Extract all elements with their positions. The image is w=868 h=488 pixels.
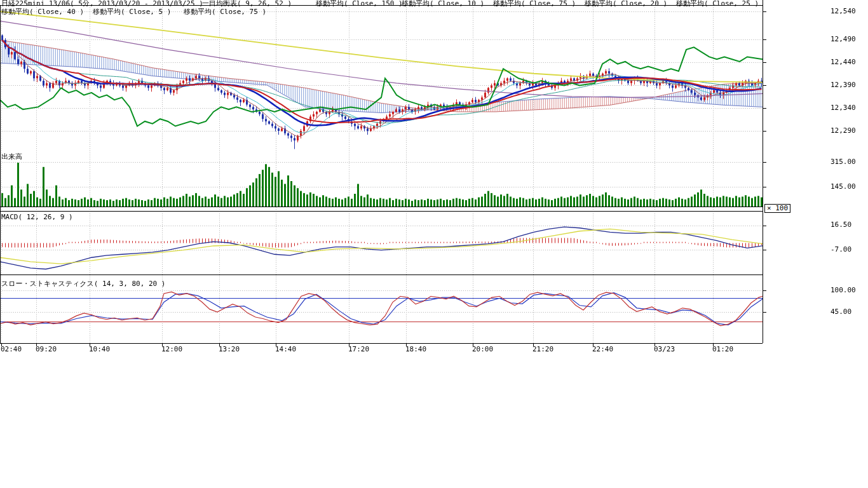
price-axis-tick-4: 12,340 xyxy=(831,104,856,112)
volume-axis-tick-0: 315.00 xyxy=(831,158,856,166)
indicator-label-r2-0: 移動平均( Close, 40 ) xyxy=(1,8,84,16)
stoch-axis-tick-0: 100.00 xyxy=(831,287,856,294)
indicator-label-r1-2: 移動平均( Close, 10 ) xyxy=(402,0,484,8)
price-chart-canvas[interactable] xyxy=(0,0,868,488)
time-axis-label-7: 18:40 xyxy=(405,346,426,353)
volume-multiplier-badge: × 100 xyxy=(764,204,790,213)
stoch-pane-label: スロー・ストキャスティクス( 14, 3, 80, 20 ) xyxy=(1,280,165,288)
indicator-label-r2-2: 移動平均( Close, 75 ) xyxy=(184,8,266,16)
instrument-title: 日経225mini 13/06( 5分, 2013/03/20 - 2013/0… xyxy=(1,0,203,8)
time-axis-label-5: 14:40 xyxy=(275,346,296,353)
indicator-label-r1-3: 移動平均( Close, 75 ) xyxy=(493,0,576,8)
indicator-label-r1-5: 移動平均( Close, 25 ) xyxy=(676,0,759,8)
time-axis-label-10: 22:40 xyxy=(592,346,613,353)
volume-axis-tick-1: 145.00 xyxy=(831,183,856,191)
volume-pane-label: 出来高 xyxy=(1,153,22,161)
time-axis-label-12: 01:20 xyxy=(712,346,733,353)
time-axis-label-8: 20:00 xyxy=(472,346,493,353)
macd-axis-tick-0: 16.50 xyxy=(831,221,851,229)
indicator-label-r1-1: 移動平均( Close, 150 ) xyxy=(316,0,403,8)
time-axis-label-0: 02:40 xyxy=(1,346,22,353)
price-axis-tick-0: 12,540 xyxy=(831,8,856,15)
time-axis-label-3: 12:00 xyxy=(161,346,182,353)
indicator-label-r2-1: 移動平均( Close, 5 ) xyxy=(93,8,171,16)
macd-pane-label: MACD( 12, 26, 9 ) xyxy=(1,214,73,221)
time-axis-label-4: 13:20 xyxy=(219,346,240,353)
time-axis-label-1: 09:20 xyxy=(36,346,57,353)
price-axis-tick-1: 12,490 xyxy=(831,36,856,43)
time-axis-label-2: 10:40 xyxy=(89,346,110,353)
stock-chart-app: 日経225mini 13/06( 5分, 2013/03/20 - 2013/0… xyxy=(0,0,868,488)
price-axis-tick-2: 12,440 xyxy=(831,58,856,66)
time-axis-label-9: 21:20 xyxy=(532,346,553,353)
stoch-axis-tick-1: 45.00 xyxy=(831,308,851,316)
price-axis-tick-5: 12,290 xyxy=(831,127,856,135)
indicator-label-r1-4: 移動平均( Close, 20 ) xyxy=(585,0,667,8)
time-axis-label-6: 17:20 xyxy=(348,346,369,353)
indicator-label-r1-0: 一目均衡表( 9, 26, 52 ) xyxy=(202,0,292,8)
macd-axis-tick-1: -7.00 xyxy=(831,246,851,254)
price-axis-tick-3: 12,390 xyxy=(831,81,856,89)
time-axis-label-11: 03/23 xyxy=(654,346,675,353)
